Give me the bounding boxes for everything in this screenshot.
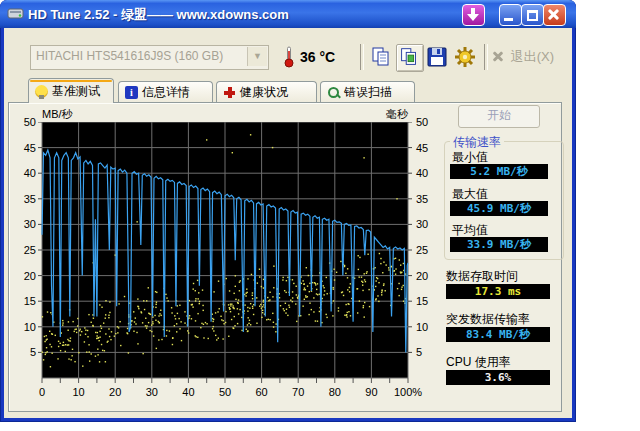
- info-icon: i: [125, 86, 138, 99]
- health-icon: [223, 86, 236, 99]
- y-tick-label: 15: [416, 295, 428, 307]
- maximize-button[interactable]: [521, 4, 544, 26]
- y-tick-label: 15: [12, 295, 36, 307]
- x-tick-label: 50: [208, 386, 242, 398]
- x-tick-label: 30: [135, 386, 169, 398]
- benchmark-chart: [38, 122, 414, 384]
- tab-health-label: 健康状况: [240, 84, 288, 101]
- minimize-icon: [504, 18, 513, 21]
- cpu-usage-label: CPU 使用率: [446, 354, 511, 371]
- exit-label: 退出(X): [511, 49, 554, 64]
- x-tick-label: 80: [318, 386, 352, 398]
- save-button[interactable]: [424, 44, 450, 70]
- temperature-value: 36 °C: [300, 49, 335, 65]
- access-time-display: 17.3 ms: [446, 284, 550, 299]
- y-tick-label: 40: [12, 167, 36, 179]
- avg-value-display: 33.9 MB/秒: [450, 237, 548, 252]
- x-tick-label: 70: [281, 386, 315, 398]
- y-tick-label: 10: [12, 321, 36, 333]
- min-value-display: 5.2 MB/秒: [450, 164, 548, 179]
- toolbar-separator: [484, 44, 488, 70]
- close-button[interactable]: [543, 4, 566, 26]
- save-icon: [424, 44, 450, 70]
- options-icon: [452, 44, 478, 70]
- left-axis-title: MB/秒: [42, 107, 73, 122]
- maximize-icon: [527, 10, 538, 21]
- right-axis-title: 毫秒: [368, 107, 408, 122]
- copy-image-icon: [397, 45, 421, 69]
- y-tick-label: 30: [12, 218, 36, 230]
- drive-select[interactable]: HITACHI HTS541616J9S (160 GB) ▼: [30, 45, 269, 70]
- titlebar[interactable]: HD Tune 2.52 - 绿盟—— www.xdowns.com: [0, 0, 576, 28]
- x-tick-label: 10: [62, 386, 96, 398]
- y-tick-label: 50: [12, 116, 36, 128]
- x-tick-label: 40: [171, 386, 205, 398]
- exit-button[interactable]: 退出(X): [492, 48, 554, 66]
- y-tick-label: 25: [12, 244, 36, 256]
- copy-icon: [368, 44, 394, 70]
- x-tick-label: 20: [98, 386, 132, 398]
- window-title: HD Tune 2.52 - 绿盟—— www.xdowns.com: [28, 6, 289, 24]
- tab-info-label: 信息详情: [142, 84, 190, 101]
- max-value-display: 45.9 MB/秒: [450, 201, 548, 216]
- y-tick-label: 50: [416, 116, 428, 128]
- burst-rate-display: 83.4 MB/秒: [446, 327, 550, 342]
- tab-benchmark[interactable]: 基准测试: [28, 78, 114, 103]
- tab-health[interactable]: 健康状况: [216, 81, 317, 102]
- y-tick-label: 35: [416, 193, 428, 205]
- copy-text-button[interactable]: [368, 44, 394, 70]
- desktop-canvas: HD Tune 2.52 - 绿盟—— www.xdowns.com HITAC…: [0, 0, 640, 431]
- y-tick-label: 45: [12, 142, 36, 154]
- exit-x-icon: [492, 49, 507, 63]
- y-tick-label: 20: [416, 270, 428, 282]
- tab-error-scan[interactable]: 错误扫描: [320, 81, 415, 102]
- minimize-button[interactable]: [499, 4, 522, 26]
- y-tick-label: 40: [416, 167, 428, 179]
- y-tick-label: 35: [12, 193, 36, 205]
- download-button[interactable]: [462, 4, 485, 26]
- chevron-down-icon[interactable]: ▼: [247, 47, 267, 66]
- copy-screenshot-button[interactable]: [396, 44, 424, 72]
- x-tick-label: 100%: [391, 386, 425, 398]
- hdtune-window: HD Tune 2.52 - 绿盟—— www.xdowns.com HITAC…: [0, 0, 576, 422]
- y-tick-label: 20: [12, 270, 36, 282]
- tab-error-scan-label: 错误扫描: [344, 84, 392, 101]
- y-tick-label: 5: [12, 346, 36, 358]
- x-tick-label: 60: [245, 386, 279, 398]
- drive-select-value: HITACHI HTS541616J9S (160 GB): [36, 49, 223, 63]
- y-tick-label: 45: [416, 142, 428, 154]
- cpu-usage-display: 3.6%: [446, 370, 550, 385]
- app-icon: [7, 5, 24, 22]
- start-button[interactable]: 开始: [458, 105, 540, 128]
- thermometer-icon: [283, 45, 295, 69]
- access-time-label: 数据存取时间: [446, 268, 518, 285]
- toolbar-separator: [360, 44, 364, 70]
- benchmark-icon: [35, 85, 48, 98]
- y-tick-label: 25: [416, 244, 428, 256]
- burst-rate-label: 突发数据传输率: [446, 311, 530, 328]
- x-tick-label: 0: [25, 386, 59, 398]
- y-tick-label: 10: [416, 321, 428, 333]
- tab-info[interactable]: i 信息详情: [118, 81, 213, 102]
- y-tick-label: 30: [416, 218, 428, 230]
- scan-icon: [327, 86, 340, 99]
- x-tick-label: 90: [354, 386, 388, 398]
- y-tick-label: 5: [416, 346, 422, 358]
- tab-benchmark-label: 基准测试: [52, 83, 100, 100]
- options-button[interactable]: [452, 44, 478, 70]
